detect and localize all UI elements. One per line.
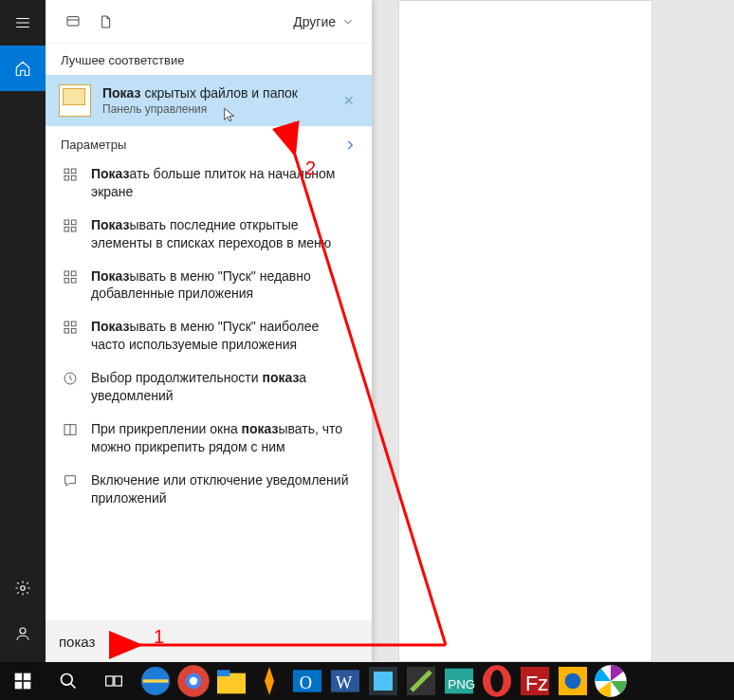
taskbar-app-picasa[interactable]	[592, 662, 630, 700]
taskbar-app-ie[interactable]	[137, 662, 174, 700]
best-match-label: Лучшее соответствие	[46, 44, 372, 75]
svg-point-52	[565, 673, 581, 690]
svg-rect-14	[71, 278, 76, 283]
documents-icon[interactable]	[89, 6, 121, 38]
tiles-icon	[61, 267, 80, 304]
svg-point-0	[21, 586, 26, 591]
start-rail	[0, 0, 46, 662]
result-item[interactable]: Показывать в меню "Пуск" наиболее часто …	[46, 310, 372, 361]
tiles-icon	[61, 165, 80, 201]
search-input[interactable]	[59, 634, 358, 650]
taskbar-app-explorer[interactable]	[212, 662, 250, 700]
folder-options-icon	[59, 84, 91, 117]
result-text: Выбор продолжительности показа уведомлен…	[91, 369, 357, 405]
taskbar-app-aimp[interactable]	[250, 662, 288, 700]
result-text: Показывать в меню "Пуск" наиболее часто …	[91, 318, 357, 354]
settings-button[interactable]	[0, 565, 46, 611]
tiles-icon	[61, 318, 80, 354]
svg-point-48	[490, 670, 503, 691]
filter-label: Другие	[293, 14, 336, 29]
svg-rect-4	[71, 169, 76, 174]
taskbar: O W PNG Fz	[0, 662, 734, 700]
svg-text:Fz: Fz	[525, 672, 548, 695]
svg-rect-2	[67, 16, 79, 25]
taskbar-app-paint[interactable]	[364, 662, 402, 700]
results-list: Показать больше плиток на начальном экра…	[46, 157, 372, 514]
svg-rect-9	[64, 227, 69, 231]
background-window	[398, 0, 652, 662]
result-item[interactable]: Включение или отключение уведомлений при…	[46, 464, 372, 515]
best-match-title: Показ скрытых файлов и папок	[102, 85, 328, 101]
svg-text:W: W	[336, 673, 353, 692]
hamburger-button[interactable]	[0, 0, 46, 46]
svg-rect-17	[64, 329, 69, 334]
svg-rect-11	[64, 271, 69, 276]
svg-rect-10	[71, 227, 76, 231]
result-item[interactable]: Показать больше плиток на начальном экра…	[46, 157, 372, 209]
svg-rect-3	[64, 169, 69, 174]
tiles-icon	[61, 216, 80, 252]
svg-text:PNG: PNG	[448, 677, 475, 691]
apps-icon[interactable]	[57, 6, 89, 38]
svg-rect-24	[15, 673, 23, 681]
home-button[interactable]	[0, 46, 46, 91]
close-icon[interactable]: ✕	[339, 89, 358, 112]
chat-icon	[61, 471, 80, 507]
start-button[interactable]	[0, 662, 46, 700]
result-text: Показывать последние открытые элементы в…	[91, 216, 357, 252]
svg-rect-12	[71, 271, 76, 276]
taskbar-app-png[interactable]: PNG	[440, 662, 478, 700]
best-match-subtitle: Панель управления	[102, 102, 328, 116]
settings-category-header[interactable]: Параметры	[46, 126, 372, 157]
svg-rect-36	[217, 670, 229, 676]
svg-text:O: O	[300, 673, 312, 692]
svg-rect-25	[24, 673, 31, 681]
svg-rect-7	[64, 220, 69, 225]
result-item[interactable]: Выбор продолжительности показа уведомлен…	[46, 361, 372, 413]
svg-point-1	[20, 628, 26, 634]
chevron-down-icon	[341, 15, 355, 28]
svg-rect-16	[71, 322, 76, 326]
svg-rect-15	[64, 322, 69, 326]
snap-icon	[61, 420, 80, 456]
user-button[interactable]	[0, 611, 46, 656]
chevron-right-icon	[343, 138, 357, 152]
clock-icon	[61, 369, 80, 405]
result-item[interactable]: Показывать в меню "Пуск" недавно добавле…	[46, 260, 372, 311]
taskbar-app-filezilla[interactable]: Fz	[516, 662, 554, 700]
svg-rect-13	[64, 278, 69, 283]
taskbar-app-opera[interactable]	[478, 662, 516, 700]
filter-dropdown[interactable]: Другие	[287, 10, 360, 33]
svg-rect-27	[24, 682, 31, 690]
result-text: При прикреплении окна показывать, что мо…	[91, 420, 357, 456]
result-item[interactable]: Показывать последние открытые элементы в…	[46, 209, 372, 260]
taskbar-app-chrome[interactable]	[174, 662, 212, 700]
task-view-button[interactable]	[91, 662, 137, 700]
svg-point-28	[62, 674, 73, 686]
svg-rect-5	[64, 175, 69, 180]
settings-category-label: Параметры	[61, 138, 126, 152]
search-panel: Другие Лучшее соответствие Показ скрытых…	[46, 0, 372, 662]
svg-rect-43	[374, 672, 393, 691]
cursor-icon	[222, 107, 237, 122]
result-text: Показывать в меню "Пуск" недавно добавле…	[91, 267, 357, 304]
svg-rect-18	[71, 329, 76, 334]
taskbar-app-word[interactable]: W	[326, 662, 364, 700]
search-box[interactable]	[46, 620, 372, 662]
svg-rect-26	[15, 682, 23, 690]
svg-rect-30	[115, 676, 121, 686]
taskbar-app-outlook[interactable]: O	[288, 662, 326, 700]
result-text: Включение или отключение уведомлений при…	[91, 471, 357, 507]
svg-point-34	[190, 677, 197, 685]
panel-header: Другие	[46, 0, 372, 44]
best-match-item[interactable]: Показ скрытых файлов и папок Панель упра…	[46, 75, 372, 126]
svg-rect-6	[71, 175, 76, 180]
svg-rect-29	[106, 676, 114, 686]
taskbar-app-notepadpp[interactable]	[402, 662, 440, 700]
taskbar-app-teamviewer[interactable]	[554, 662, 592, 700]
svg-rect-8	[71, 220, 76, 225]
result-text: Показать больше плиток на начальном экра…	[91, 165, 357, 201]
taskbar-search-button[interactable]	[46, 662, 91, 700]
result-item[interactable]: При прикреплении окна показывать, что мо…	[46, 413, 372, 464]
